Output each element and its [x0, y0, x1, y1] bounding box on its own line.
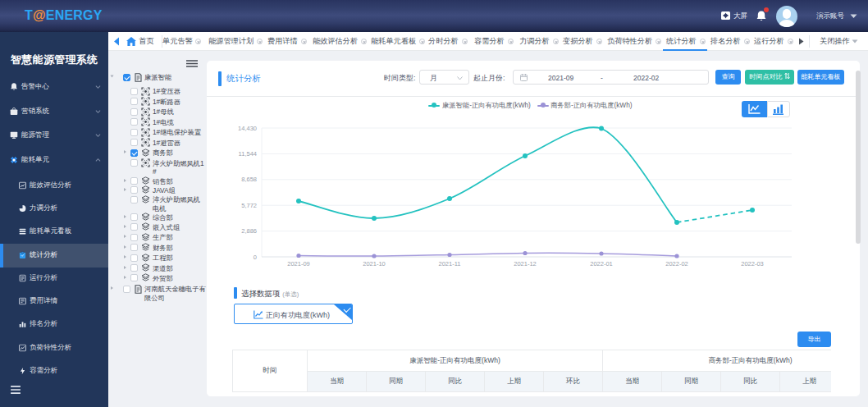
svg-text:2021-12: 2021-12: [514, 260, 537, 268]
svg-text:2021-10: 2021-10: [363, 260, 386, 268]
svg-text:2022-01: 2022-01: [590, 260, 613, 268]
svg-text:2022-02: 2022-02: [665, 260, 688, 268]
svg-text:2021-09: 2021-09: [287, 260, 310, 268]
svg-text:2,886: 2,886: [241, 227, 257, 235]
svg-text:8,658: 8,658: [241, 176, 257, 183]
svg-text:5,772: 5,772: [241, 202, 257, 209]
svg-text:2021-11: 2021-11: [439, 260, 461, 268]
svg-text:14,430: 14,430: [238, 125, 257, 132]
svg-text:11,544: 11,544: [239, 150, 257, 158]
svg-text:0: 0: [254, 254, 257, 261]
svg-text:2022-03: 2022-03: [741, 260, 764, 268]
